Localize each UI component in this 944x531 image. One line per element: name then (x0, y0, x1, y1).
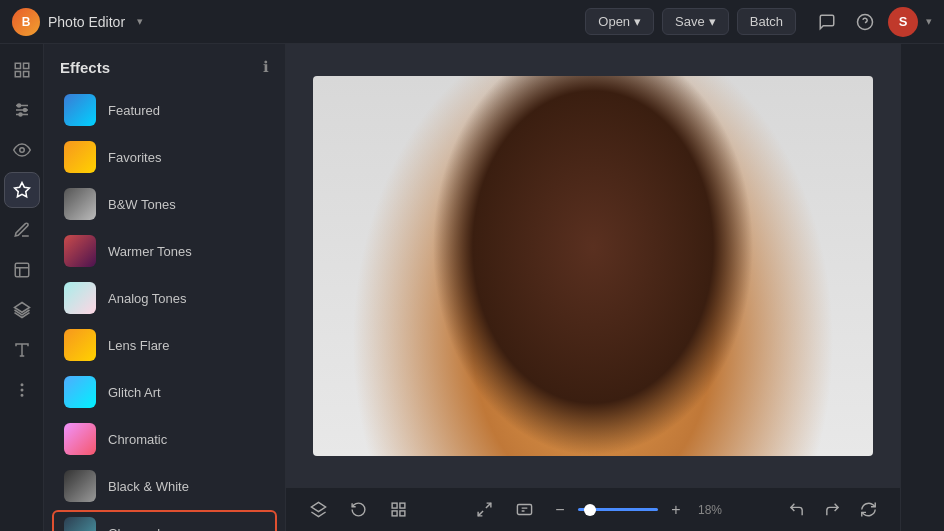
reset-button[interactable] (852, 494, 884, 526)
zoom-slider[interactable] (578, 508, 658, 511)
effects-list: FeaturedFavoritesB&W TonesWarmer TonesAn… (44, 86, 285, 531)
effect-label-warmertones: Warmer Tones (108, 244, 192, 259)
fullscreen-button[interactable] (468, 494, 500, 526)
user-avatar[interactable]: S (888, 7, 918, 37)
effect-icon-bwtones (64, 188, 96, 220)
zoom-control: − + 18% (548, 494, 726, 526)
effect-item-glitchart[interactable]: Glitch Art (52, 369, 277, 415)
svg-point-11 (19, 113, 22, 116)
svg-rect-24 (392, 511, 397, 516)
effect-item-bwtones[interactable]: B&W Tones (52, 181, 277, 227)
app-menu-chevron[interactable]: ▾ (137, 15, 143, 28)
topbar-icons: S ▾ (812, 7, 932, 37)
svg-marker-13 (14, 183, 29, 197)
svg-point-19 (21, 389, 23, 391)
svg-point-9 (17, 104, 20, 107)
effect-item-favorites[interactable]: Favorites (52, 134, 277, 180)
effects-panel: Effects ℹ FeaturedFavoritesB&W TonesWarm… (44, 44, 286, 531)
effect-icon-favorites (64, 141, 96, 173)
effect-icon-glitchart (64, 376, 96, 408)
svg-rect-2 (15, 63, 20, 68)
effect-icon-charcoal (64, 517, 96, 531)
nav-text-button[interactable] (4, 332, 40, 368)
effects-title: Effects (60, 59, 110, 76)
history-button[interactable] (342, 494, 374, 526)
zoom-out-button[interactable]: − (548, 494, 572, 526)
svg-rect-4 (15, 72, 20, 77)
effect-label-lensflare: Lens Flare (108, 338, 169, 353)
effects-header: Effects ℹ (44, 44, 285, 86)
layers-toggle-button[interactable] (302, 494, 334, 526)
svg-rect-28 (517, 505, 531, 515)
chat-icon-button[interactable] (812, 7, 842, 37)
nav-effects-button[interactable] (4, 172, 40, 208)
svg-rect-22 (392, 503, 397, 508)
effect-item-lensflare[interactable]: Lens Flare (52, 322, 277, 368)
effect-label-favorites: Favorites (108, 150, 161, 165)
svg-rect-25 (399, 511, 404, 516)
main-content: Effects ℹ FeaturedFavoritesB&W TonesWarm… (0, 44, 944, 531)
svg-marker-21 (311, 502, 325, 511)
svg-line-27 (478, 511, 483, 516)
svg-rect-14 (15, 263, 29, 277)
nav-overlay-button[interactable] (4, 252, 40, 288)
svg-point-18 (21, 384, 23, 386)
effect-item-warmertones[interactable]: Warmer Tones (52, 228, 277, 274)
effect-icon-analogtones (64, 282, 96, 314)
svg-rect-3 (23, 63, 28, 68)
nav-more-button[interactable] (4, 372, 40, 408)
redo-button[interactable] (816, 494, 848, 526)
effect-icon-warmertones (64, 235, 96, 267)
effect-icon-featured (64, 94, 96, 126)
svg-line-26 (485, 503, 490, 508)
help-icon-button[interactable] (850, 7, 880, 37)
nav-home-button[interactable] (4, 52, 40, 88)
app-logo: B (12, 8, 40, 36)
app-title: Photo Editor (48, 14, 125, 30)
aspect-ratio-button[interactable] (508, 494, 540, 526)
undo-button[interactable] (780, 494, 812, 526)
effect-label-charcoal: Charcoal (108, 526, 160, 532)
save-button[interactable]: Save ▾ (662, 8, 729, 35)
batch-button[interactable]: Batch (737, 8, 796, 35)
nav-adjust-button[interactable] (4, 92, 40, 128)
effect-icon-blackwhite (64, 470, 96, 502)
effect-item-blackwhite[interactable]: Black & White (52, 463, 277, 509)
photo-figure (313, 76, 873, 456)
grid-button[interactable] (382, 494, 414, 526)
nav-retouch-button[interactable] (4, 212, 40, 248)
canvas-container: − + 18% (286, 44, 900, 531)
canvas-area[interactable] (286, 44, 900, 487)
effect-item-chromatic[interactable]: Chromatic (52, 416, 277, 462)
effect-item-featured[interactable]: Featured (52, 87, 277, 133)
info-icon[interactable]: ℹ (263, 58, 269, 76)
topbar: B Photo Editor ▾ Open ▾ Save ▾ Batch S ▾ (0, 0, 944, 44)
zoom-percentage: 18% (694, 503, 726, 517)
effect-label-chromatic: Chromatic (108, 432, 167, 447)
effect-label-glitchart: Glitch Art (108, 385, 161, 400)
effect-icon-chromatic (64, 423, 96, 455)
undo-redo-group (780, 494, 884, 526)
open-button[interactable]: Open ▾ (585, 8, 654, 35)
effect-icon-lensflare (64, 329, 96, 361)
effect-label-bwtones: B&W Tones (108, 197, 176, 212)
bottom-toolbar: − + 18% (286, 487, 900, 531)
avatar-chevron[interactable]: ▾ (926, 15, 932, 28)
zoom-in-button[interactable]: + (664, 494, 688, 526)
svg-point-20 (21, 395, 23, 397)
right-sidebar (900, 44, 944, 531)
nav-eye-button[interactable] (4, 132, 40, 168)
svg-rect-5 (23, 72, 28, 77)
effect-item-analogtones[interactable]: Analog Tones (52, 275, 277, 321)
photo-canvas (313, 76, 873, 456)
effect-item-charcoal[interactable]: Charcoal (52, 510, 277, 531)
svg-rect-23 (399, 503, 404, 508)
nav-layers-button[interactable] (4, 292, 40, 328)
effect-label-blackwhite: Black & White (108, 479, 189, 494)
left-icon-bar (0, 44, 44, 531)
effect-label-analogtones: Analog Tones (108, 291, 187, 306)
svg-point-10 (23, 109, 26, 112)
svg-point-12 (19, 148, 24, 153)
effect-label-featured: Featured (108, 103, 160, 118)
